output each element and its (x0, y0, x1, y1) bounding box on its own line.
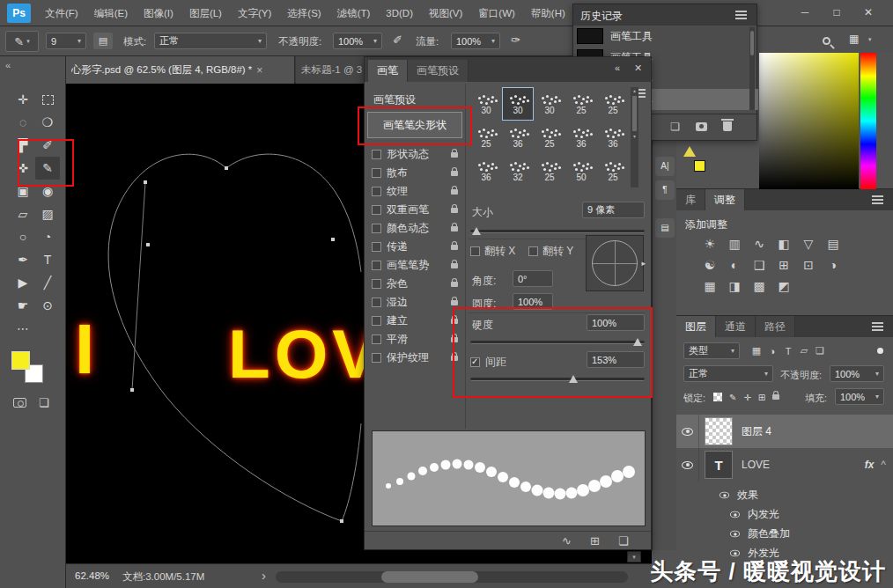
flip-x-checkbox[interactable]: 翻转 X (470, 244, 515, 259)
clone-stamp-tool[interactable]: ▣ (11, 180, 35, 202)
hardness-slider-thumb[interactable] (633, 338, 642, 346)
adjustment-invert-icon[interactable]: ◑ (821, 254, 845, 276)
spacing-checkbox[interactable]: 间距 (470, 355, 506, 370)
brush-option-shape-dynamics[interactable]: 形状动态 (365, 145, 465, 164)
brush-tip-selected[interactable]: 30 (502, 87, 534, 121)
tab-brush-presets[interactable]: 画笔预设 (408, 60, 469, 82)
gradient-tool[interactable]: ▨ (35, 202, 60, 225)
brush-option-build-up[interactable]: 建立 (365, 312, 465, 330)
chevron-down-icon[interactable]: ▾ (868, 36, 872, 43)
brush-tip[interactable]: 36 (565, 121, 597, 154)
menu-window[interactable]: 窗口(W) (470, 7, 523, 20)
menu-layer[interactable]: 图层(L) (181, 7, 230, 20)
brush-option-transfer[interactable]: 传递 (365, 238, 465, 256)
lock-icon[interactable] (451, 171, 458, 176)
spacing-value-box[interactable]: 153% (587, 351, 645, 368)
adjustment-brightness-contrast-icon[interactable]: ☀ (697, 233, 722, 254)
healing-brush-tool[interactable]: ✜ (11, 157, 35, 180)
tab-libraries[interactable]: 库 (676, 189, 705, 210)
preset-manager-icon[interactable]: ⊞ (590, 534, 600, 548)
more-tools[interactable]: ⋯ (11, 317, 35, 340)
tab-brush[interactable]: 画笔 (368, 60, 408, 82)
lock-transparent-pixels-icon[interactable] (713, 393, 722, 401)
brush-option-color-dynamics[interactable]: 颜色动态 (365, 219, 465, 238)
mode-select[interactable]: 正常 ▾ (154, 33, 267, 49)
tab-channels[interactable]: 通道 (716, 316, 756, 337)
hardness-slider[interactable] (470, 341, 645, 344)
new-brush-icon[interactable]: ❏ (618, 534, 629, 548)
lock-position-icon[interactable]: ✛ (743, 393, 750, 402)
menu-filter[interactable]: 滤镜(T) (329, 7, 379, 20)
panel-menu-icon[interactable] (872, 199, 883, 201)
filter-shape-layers-icon[interactable]: ▱ (796, 345, 812, 356)
spacing-slider[interactable] (470, 378, 645, 381)
lasso-tool[interactable]: ◌ (11, 111, 35, 134)
filter-adjustment-layers-icon[interactable]: ◑ (764, 346, 780, 356)
adjustment-posterize-icon[interactable]: ▦ (697, 276, 722, 297)
lock-icon[interactable] (451, 356, 458, 361)
screen-mode-button[interactable]: ❏ (39, 396, 49, 409)
close-panel-icon[interactable]: ✕ (634, 62, 642, 74)
brush-option-brush-pose[interactable]: 画笔笔势 (365, 256, 465, 275)
doc-tab-active[interactable]: 心形字.psd @ 62.5% (图层 4, RGB/8#) * × (66, 56, 295, 84)
fx-collapse-icon[interactable]: ^ (881, 459, 886, 471)
checkbox-icon[interactable] (372, 224, 381, 233)
checkbox-icon[interactable] (372, 316, 381, 326)
minimize-button[interactable]: ─ (789, 6, 821, 18)
menu-help[interactable]: 帮助(H) (523, 7, 573, 20)
paragraph-panel-icon[interactable]: ¶ (655, 180, 675, 200)
dodge-tool[interactable]: ◔ (35, 225, 60, 248)
filter-toggle-icon[interactable] (877, 348, 883, 354)
layer-row-selected[interactable]: 图层 4 (676, 415, 893, 448)
checkbox-icon[interactable] (372, 298, 381, 307)
marquee-tool[interactable] (35, 88, 60, 111)
brush-option-wet-edges[interactable]: 湿边 (365, 293, 465, 312)
close-button[interactable]: ✕ (852, 6, 884, 18)
lock-icon[interactable] (451, 208, 458, 213)
lock-icon[interactable] (451, 226, 458, 232)
lock-icon[interactable] (451, 337, 458, 342)
brush-tip[interactable]: 30 (534, 87, 565, 121)
size-value-box[interactable]: 9 像素 (582, 202, 645, 218)
brush-tip[interactable]: 36 (470, 154, 502, 187)
doc-tab-inactive[interactable]: 未标题-1 @ 3 (296, 56, 364, 84)
eye-icon[interactable] (730, 549, 740, 556)
lock-image-pixels-icon[interactable]: ✎ (729, 393, 736, 402)
eraser-tool[interactable]: ▱ (11, 202, 35, 225)
brush-tip[interactable]: 50 (565, 154, 597, 187)
lock-icon[interactable] (451, 152, 458, 158)
opacity-select[interactable]: 100% ▾ (333, 33, 382, 49)
brush-tip[interactable]: 25 (470, 121, 502, 154)
brush-option-dual-brush[interactable]: 双重画笔 (365, 201, 465, 219)
eye-icon[interactable] (720, 491, 729, 498)
roundness-value-box[interactable]: 100% (513, 293, 553, 310)
foreground-color-swatch[interactable] (11, 351, 30, 370)
pen-tool[interactable]: ✒ (11, 248, 35, 271)
lock-icon[interactable] (451, 300, 458, 305)
layer-thumbnail[interactable] (705, 417, 733, 445)
hue-slider[interactable] (860, 53, 876, 189)
menu-image[interactable]: 图像(I) (136, 7, 181, 20)
brush-tip[interactable]: 25 (534, 154, 565, 187)
type-tool[interactable]: T (35, 248, 60, 271)
effect-row[interactable]: 内发光 (676, 504, 893, 524)
adjustment-exposure-icon[interactable]: ◧ (771, 233, 796, 254)
lock-icon[interactable] (451, 189, 458, 195)
quick-select-tool[interactable]: ❍ (35, 111, 60, 134)
layer-opacity-select[interactable]: 100% ▾ (830, 365, 884, 382)
brush-tip[interactable]: 25 (534, 121, 565, 154)
brush-option-smoothing[interactable]: 平滑 (365, 330, 465, 349)
zoom-tool[interactable]: ⊙ (35, 294, 60, 317)
brush-tip[interactable]: 25 (597, 87, 629, 121)
status-chevron-icon[interactable]: › (262, 568, 266, 583)
tab-adjustments[interactable]: 调整 (705, 189, 745, 210)
gamut-warning-icon[interactable] (683, 146, 696, 157)
checkbox-icon[interactable] (372, 150, 381, 159)
brush-size-picker[interactable]: 9 ▾ (46, 33, 86, 49)
lock-icon[interactable] (451, 245, 458, 250)
filter-type-layers-icon[interactable]: T (780, 346, 796, 356)
brush-tip-shape-item[interactable]: 画笔笔尖形状 (367, 112, 462, 138)
properties-panel-icon[interactable]: ▤ (655, 218, 675, 238)
panel-menu-icon[interactable] (735, 14, 747, 16)
adjustment-color-balance-icon[interactable]: ☯ (697, 254, 722, 276)
